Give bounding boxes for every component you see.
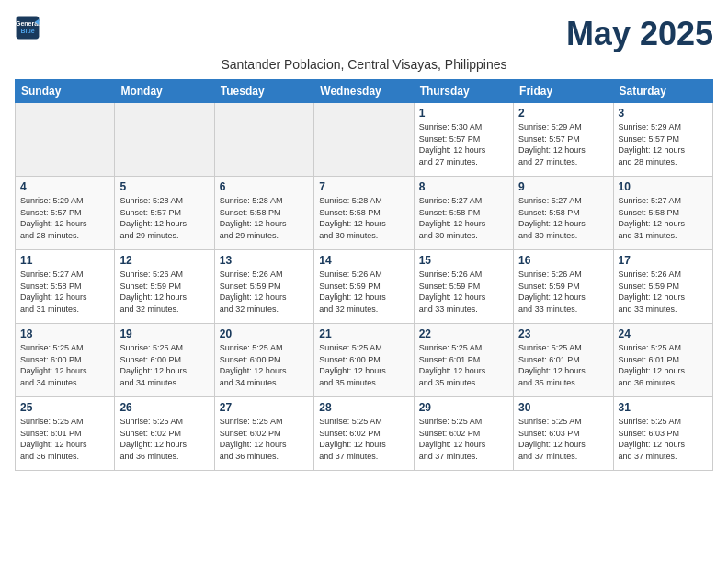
day-info: Sunrise: 5:26 AMSunset: 5:59 PMDaylight:… xyxy=(119,269,209,315)
day-info: Sunrise: 5:28 AMSunset: 5:58 PMDaylight:… xyxy=(220,195,309,241)
day-number: 18 xyxy=(20,327,109,340)
weekday-header-thursday: Thursday xyxy=(414,80,513,103)
calendar-cell: 1Sunrise: 5:30 AMSunset: 5:57 PMDaylight… xyxy=(414,103,513,177)
day-number: 22 xyxy=(419,327,508,340)
calendar-cell: 27Sunrise: 5:25 AMSunset: 6:02 PMDayligh… xyxy=(214,397,313,471)
day-info: Sunrise: 5:25 AMSunset: 6:02 PMDaylight:… xyxy=(119,416,209,462)
calendar-cell: 18Sunrise: 5:25 AMSunset: 6:00 PMDayligh… xyxy=(16,324,115,397)
day-number: 29 xyxy=(419,401,508,414)
day-info: Sunrise: 5:25 AMSunset: 6:00 PMDaylight:… xyxy=(20,342,109,388)
day-info: Sunrise: 5:29 AMSunset: 5:57 PMDaylight:… xyxy=(518,121,608,167)
day-number: 21 xyxy=(319,327,408,340)
day-number: 16 xyxy=(518,254,608,267)
calendar-cell: 20Sunrise: 5:25 AMSunset: 6:00 PMDayligh… xyxy=(214,324,313,397)
svg-text:Blue: Blue xyxy=(20,28,34,34)
logo-icon: General Blue xyxy=(15,15,40,40)
calendar-cell xyxy=(314,103,414,177)
day-number: 23 xyxy=(518,327,608,340)
logo: General Blue xyxy=(15,15,40,40)
weekday-header-friday: Friday xyxy=(514,80,613,103)
day-number: 31 xyxy=(619,401,708,414)
calendar-cell: 19Sunrise: 5:25 AMSunset: 6:00 PMDayligh… xyxy=(115,324,214,397)
day-info: Sunrise: 5:26 AMSunset: 5:59 PMDaylight:… xyxy=(319,269,408,315)
day-number: 6 xyxy=(220,180,309,193)
calendar-cell: 3Sunrise: 5:29 AMSunset: 5:57 PMDaylight… xyxy=(613,103,712,177)
day-info: Sunrise: 5:29 AMSunset: 5:57 PMDaylight:… xyxy=(20,195,109,241)
weekday-header-saturday: Saturday xyxy=(613,80,712,103)
weekday-header-wednesday: Wednesday xyxy=(314,80,414,103)
calendar-cell: 13Sunrise: 5:26 AMSunset: 5:59 PMDayligh… xyxy=(214,250,313,324)
calendar-cell: 17Sunrise: 5:26 AMSunset: 5:59 PMDayligh… xyxy=(613,250,712,324)
day-info: Sunrise: 5:29 AMSunset: 5:57 PMDaylight:… xyxy=(619,121,708,167)
calendar-cell: 23Sunrise: 5:25 AMSunset: 6:01 PMDayligh… xyxy=(514,324,613,397)
calendar-cell: 26Sunrise: 5:25 AMSunset: 6:02 PMDayligh… xyxy=(115,397,214,471)
day-number: 24 xyxy=(619,327,708,340)
calendar-table: SundayMondayTuesdayWednesdayThursdayFrid… xyxy=(15,79,713,471)
calendar-cell: 7Sunrise: 5:28 AMSunset: 5:58 PMDaylight… xyxy=(314,177,414,250)
calendar-cell xyxy=(115,103,214,177)
calendar-cell: 15Sunrise: 5:26 AMSunset: 5:59 PMDayligh… xyxy=(414,250,513,324)
day-number: 8 xyxy=(419,180,508,193)
day-number: 17 xyxy=(619,254,708,267)
day-number: 1 xyxy=(419,107,508,120)
day-info: Sunrise: 5:27 AMSunset: 5:58 PMDaylight:… xyxy=(518,195,608,241)
day-info: Sunrise: 5:25 AMSunset: 6:02 PMDaylight:… xyxy=(220,416,309,462)
calendar-cell: 5Sunrise: 5:28 AMSunset: 5:57 PMDaylight… xyxy=(115,177,214,250)
calendar-cell: 2Sunrise: 5:29 AMSunset: 5:57 PMDaylight… xyxy=(514,103,613,177)
calendar-cell: 6Sunrise: 5:28 AMSunset: 5:58 PMDaylight… xyxy=(214,177,313,250)
month-title: May 2025 xyxy=(566,15,713,53)
day-number: 26 xyxy=(119,401,209,414)
weekday-header-sunday: Sunday xyxy=(16,80,115,103)
day-number: 11 xyxy=(20,254,109,267)
day-info: Sunrise: 5:25 AMSunset: 6:01 PMDaylight:… xyxy=(419,342,508,388)
calendar-cell: 28Sunrise: 5:25 AMSunset: 6:02 PMDayligh… xyxy=(314,397,414,471)
day-number: 7 xyxy=(319,180,408,193)
calendar-cell: 11Sunrise: 5:27 AMSunset: 5:58 PMDayligh… xyxy=(16,250,115,324)
calendar-cell: 29Sunrise: 5:25 AMSunset: 6:02 PMDayligh… xyxy=(414,397,513,471)
day-number: 9 xyxy=(518,180,608,193)
day-number: 14 xyxy=(319,254,408,267)
calendar-cell: 25Sunrise: 5:25 AMSunset: 6:01 PMDayligh… xyxy=(16,397,115,471)
day-info: Sunrise: 5:25 AMSunset: 6:03 PMDaylight:… xyxy=(518,416,608,462)
day-info: Sunrise: 5:28 AMSunset: 5:57 PMDaylight:… xyxy=(119,195,209,241)
calendar-cell: 8Sunrise: 5:27 AMSunset: 5:58 PMDaylight… xyxy=(414,177,513,250)
day-number: 15 xyxy=(419,254,508,267)
day-info: Sunrise: 5:27 AMSunset: 5:58 PMDaylight:… xyxy=(419,195,508,241)
day-number: 4 xyxy=(20,180,109,193)
day-info: Sunrise: 5:30 AMSunset: 5:57 PMDaylight:… xyxy=(419,121,508,167)
calendar-cell: 16Sunrise: 5:26 AMSunset: 5:59 PMDayligh… xyxy=(514,250,613,324)
calendar-cell: 12Sunrise: 5:26 AMSunset: 5:59 PMDayligh… xyxy=(115,250,214,324)
day-info: Sunrise: 5:26 AMSunset: 5:59 PMDaylight:… xyxy=(619,269,708,315)
day-number: 13 xyxy=(220,254,309,267)
calendar-cell: 24Sunrise: 5:25 AMSunset: 6:01 PMDayligh… xyxy=(613,324,712,397)
day-number: 3 xyxy=(619,107,708,120)
day-number: 30 xyxy=(518,401,608,414)
day-info: Sunrise: 5:25 AMSunset: 6:02 PMDaylight:… xyxy=(419,416,508,462)
day-number: 2 xyxy=(518,107,608,120)
calendar-cell: 14Sunrise: 5:26 AMSunset: 5:59 PMDayligh… xyxy=(314,250,414,324)
day-info: Sunrise: 5:25 AMSunset: 6:01 PMDaylight:… xyxy=(20,416,109,462)
day-info: Sunrise: 5:27 AMSunset: 5:58 PMDaylight:… xyxy=(20,269,109,315)
day-number: 10 xyxy=(619,180,708,193)
day-info: Sunrise: 5:26 AMSunset: 5:59 PMDaylight:… xyxy=(419,269,508,315)
calendar-cell: 30Sunrise: 5:25 AMSunset: 6:03 PMDayligh… xyxy=(514,397,613,471)
day-info: Sunrise: 5:27 AMSunset: 5:58 PMDaylight:… xyxy=(619,195,708,241)
day-number: 25 xyxy=(20,401,109,414)
day-info: Sunrise: 5:25 AMSunset: 6:01 PMDaylight:… xyxy=(619,342,708,388)
calendar-cell: 4Sunrise: 5:29 AMSunset: 5:57 PMDaylight… xyxy=(16,177,115,250)
day-number: 20 xyxy=(220,327,309,340)
calendar-cell: 21Sunrise: 5:25 AMSunset: 6:00 PMDayligh… xyxy=(314,324,414,397)
weekday-header-tuesday: Tuesday xyxy=(214,80,313,103)
day-info: Sunrise: 5:25 AMSunset: 6:00 PMDaylight:… xyxy=(319,342,408,388)
day-number: 5 xyxy=(119,180,209,193)
day-info: Sunrise: 5:25 AMSunset: 6:03 PMDaylight:… xyxy=(619,416,708,462)
calendar-cell: 10Sunrise: 5:27 AMSunset: 5:58 PMDayligh… xyxy=(613,177,712,250)
day-number: 27 xyxy=(220,401,309,414)
day-info: Sunrise: 5:25 AMSunset: 6:00 PMDaylight:… xyxy=(220,342,309,388)
day-number: 19 xyxy=(119,327,209,340)
weekday-header-monday: Monday xyxy=(115,80,214,103)
calendar-cell: 9Sunrise: 5:27 AMSunset: 5:58 PMDaylight… xyxy=(514,177,613,250)
calendar-cell xyxy=(16,103,115,177)
day-info: Sunrise: 5:25 AMSunset: 6:01 PMDaylight:… xyxy=(518,342,608,388)
day-info: Sunrise: 5:26 AMSunset: 5:59 PMDaylight:… xyxy=(220,269,309,315)
